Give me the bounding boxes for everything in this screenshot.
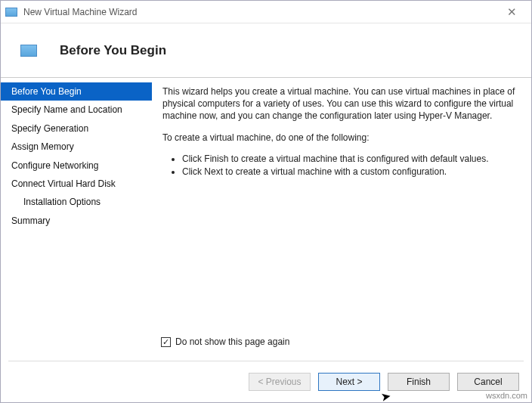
step-specify-name-location[interactable]: Specify Name and Location: [1, 101, 152, 119]
option-next: Click Next to create a virtual machine w…: [182, 166, 516, 178]
app-icon: [5, 8, 17, 17]
window-title: New Virtual Machine Wizard: [23, 7, 496, 17]
step-configure-networking[interactable]: Configure Networking: [1, 157, 152, 175]
dont-show-again-checkbox[interactable]: ✓ Do not show this page again: [161, 336, 516, 347]
close-button[interactable]: ✕: [496, 5, 527, 19]
step-specify-generation[interactable]: Specify Generation: [1, 119, 152, 138]
vm-icon: [20, 45, 37, 57]
step-assign-memory[interactable]: Assign Memory: [1, 138, 152, 156]
wizard-footer: < Previous Next > Finish Cancel: [1, 361, 531, 402]
titlebar: New Virtual Machine Wizard ✕: [1, 1, 531, 23]
checkbox-label: Do not show this page again: [175, 336, 289, 347]
option-finish: Click Finish to create a virtual machine…: [182, 153, 516, 166]
wizard-window: New Virtual Machine Wizard ✕ Before You …: [0, 0, 532, 403]
next-button[interactable]: Next >: [318, 373, 380, 391]
page-title: Before You Begin: [60, 43, 166, 58]
finish-button[interactable]: Finish: [388, 373, 450, 391]
prompt-text: To create a virtual machine, do one of t…: [162, 132, 516, 144]
previous-button: < Previous: [249, 373, 311, 391]
wizard-header: Before You Begin: [1, 23, 531, 78]
step-before-you-begin[interactable]: Before You Begin: [1, 82, 152, 101]
step-summary[interactable]: Summary: [1, 212, 152, 230]
checkbox-icon: ✓: [161, 337, 171, 347]
wizard-content: This wizard helps you create a virtual m…: [152, 78, 531, 361]
wizard-steps-sidebar: Before You Begin Specify Name and Locati…: [1, 78, 152, 361]
step-connect-vhd[interactable]: Connect Virtual Hard Disk: [1, 175, 152, 193]
wizard-body: Before You Begin Specify Name and Locati…: [1, 78, 531, 361]
watermark-text: wsxdn.com: [486, 391, 527, 400]
cancel-button[interactable]: Cancel: [457, 373, 519, 391]
step-installation-options[interactable]: Installation Options: [1, 193, 152, 211]
options-list: Click Finish to create a virtual machine…: [162, 153, 516, 178]
intro-text: This wizard helps you create a virtual m…: [162, 85, 516, 122]
